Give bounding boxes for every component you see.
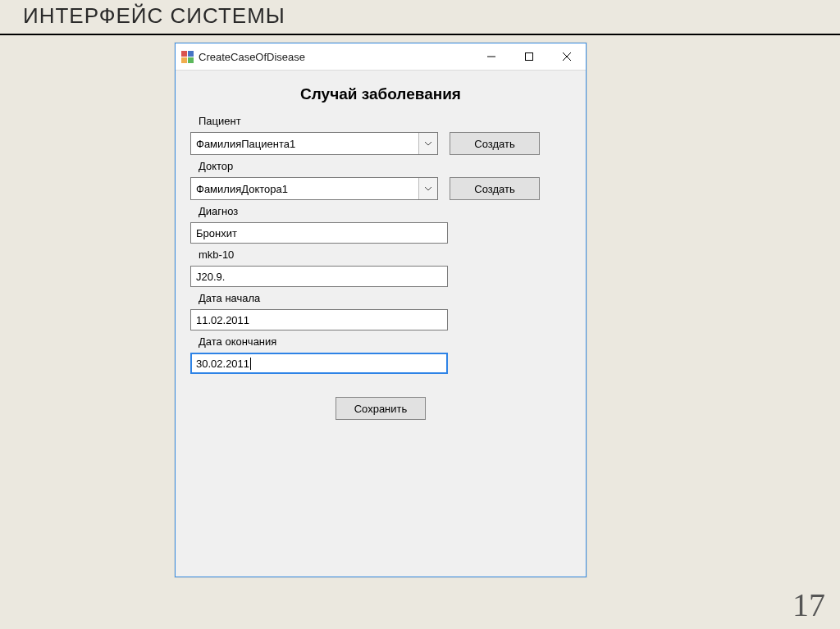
diagnosis-label: Диагноз — [199, 205, 571, 217]
save-button[interactable]: Сохранить — [336, 397, 426, 420]
page-number: 17 — [792, 586, 825, 624]
date-start-field[interactable]: 11.02.2011 — [190, 309, 448, 330]
maximize-button[interactable] — [510, 43, 548, 70]
chevron-down-icon[interactable] — [418, 133, 437, 154]
diagnosis-field[interactable]: Бронхит — [190, 222, 448, 244]
date-end-value: 30.02.2011 — [196, 358, 249, 370]
date-end-field[interactable]: 30.02.2011 — [190, 353, 448, 374]
mkb-label: mkb-10 — [199, 248, 571, 261]
app-icon — [180, 50, 194, 63]
create-doctor-button[interactable]: Создать — [450, 177, 540, 200]
patient-combobox-value: ФамилияПациента1 — [191, 138, 418, 150]
date-end-label: Дата окончания — [199, 335, 571, 348]
patient-label: Пациент — [199, 115, 571, 127]
titlebar[interactable]: CreateCaseOfDisease — [176, 43, 586, 71]
diagnosis-value: Бронхит — [196, 227, 237, 239]
create-patient-button[interactable]: Создать — [450, 132, 540, 155]
doctor-combobox-value: ФамилияДоктора1 — [191, 183, 418, 195]
app-window: CreateCaseOfDisease Случай заболевания П… — [175, 43, 587, 577]
doctor-label: Доктор — [199, 160, 571, 172]
date-start-label: Дата начала — [199, 292, 571, 304]
doctor-combobox[interactable]: ФамилияДоктора1 — [190, 177, 438, 200]
minimize-button[interactable] — [472, 43, 510, 70]
mkb-field[interactable]: J20.9. — [190, 266, 448, 287]
mkb-value: J20.9. — [196, 271, 225, 283]
patient-combobox[interactable]: ФамилияПациента1 — [190, 132, 438, 155]
slide-title: ИНТЕРФЕЙС СИСТЕМЫ — [0, 0, 840, 35]
text-caret — [250, 358, 251, 370]
date-start-value: 11.02.2011 — [196, 314, 249, 326]
chevron-down-icon[interactable] — [418, 178, 437, 199]
svg-rect-1 — [526, 53, 533, 61]
window-title: CreateCaseOfDisease — [199, 51, 305, 63]
form-title: Случай заболевания — [190, 85, 571, 103]
close-button[interactable] — [548, 43, 586, 70]
